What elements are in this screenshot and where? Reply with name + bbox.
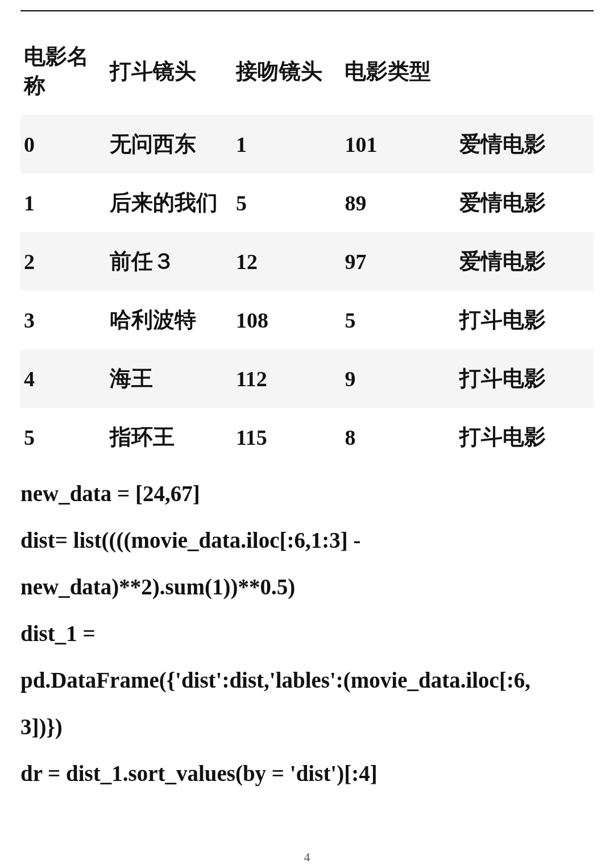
col-header-fight: 打斗镜头	[106, 27, 233, 115]
page: 电影名称 打斗镜头 接吻镜头 电影类型 0 无问西东 1 101 爱情电影 1 …	[0, 10, 614, 868]
cell-type: 打斗电影	[456, 408, 594, 466]
cell-kiss: 89	[341, 173, 456, 232]
code-line: dr = dist_1.sort_values(by = 'dist')[:4]	[20, 752, 594, 795]
table-row: 2 前任３ 12 97 爱情电影	[20, 232, 594, 291]
cell-name: 海王	[106, 349, 233, 408]
cell-name: 无问西东	[106, 115, 233, 173]
table-row: 0 无问西东 1 101 爱情电影	[20, 115, 594, 173]
table-row: 4 海王 112 9 打斗电影	[20, 349, 594, 408]
cell-fight: 5	[233, 173, 342, 232]
code-line: new_data = [24,67]	[20, 472, 594, 515]
top-border-rule	[20, 10, 594, 11]
col-header-empty	[456, 27, 594, 115]
cell-type: 打斗电影	[456, 349, 594, 408]
code-block: new_data = [24,67] dist= list((((movie_d…	[20, 472, 594, 795]
cell-kiss: 8	[341, 408, 456, 466]
cell-fight: 1	[233, 115, 342, 173]
table-header-row: 电影名称 打斗镜头 接吻镜头 电影类型	[20, 27, 594, 115]
cell-name: 指环王	[106, 408, 233, 466]
cell-type: 爱情电影	[456, 173, 594, 232]
cell-kiss: 5	[341, 291, 456, 349]
code-line: 3])})	[20, 705, 594, 749]
page-number: 4	[0, 850, 614, 865]
col-header-name: 电影名称	[20, 27, 106, 115]
cell-fight: 115	[233, 408, 342, 466]
code-line: dist_1 =	[20, 612, 594, 655]
row-index: 1	[20, 173, 106, 232]
row-index: 5	[20, 408, 106, 466]
cell-fight: 112	[233, 349, 342, 408]
row-index: 0	[20, 115, 106, 173]
cell-kiss: 101	[341, 115, 456, 173]
code-line: new_data)**2).sum(1))**0.5)	[20, 565, 594, 609]
table-row: 3 哈利波特 108 5 打斗电影	[20, 291, 594, 349]
cell-kiss: 97	[341, 232, 456, 291]
movie-table: 电影名称 打斗镜头 接吻镜头 电影类型 0 无问西东 1 101 爱情电影 1 …	[20, 27, 594, 466]
cell-name: 哈利波特	[106, 291, 233, 349]
cell-fight: 12	[233, 232, 342, 291]
table-row: 5 指环王 115 8 打斗电影	[20, 408, 594, 466]
col-header-kiss: 接吻镜头	[233, 27, 342, 115]
cell-type: 爱情电影	[456, 232, 594, 291]
cell-name: 前任３	[106, 232, 233, 291]
table-row: 1 后来的我们 5 89 爱情电影	[20, 173, 594, 232]
cell-type: 爱情电影	[456, 115, 594, 173]
cell-name: 后来的我们	[106, 173, 233, 232]
row-index: 2	[20, 232, 106, 291]
code-line: pd.DataFrame({'dist':dist,'lables':(movi…	[20, 659, 594, 702]
code-line: dist= list((((movie_data.iloc[:6,1:3] -	[20, 519, 594, 562]
row-index: 4	[20, 349, 106, 408]
row-index: 3	[20, 291, 106, 349]
col-header-type: 电影类型	[341, 27, 456, 115]
cell-kiss: 9	[341, 349, 456, 408]
cell-fight: 108	[233, 291, 342, 349]
cell-type: 打斗电影	[456, 291, 594, 349]
